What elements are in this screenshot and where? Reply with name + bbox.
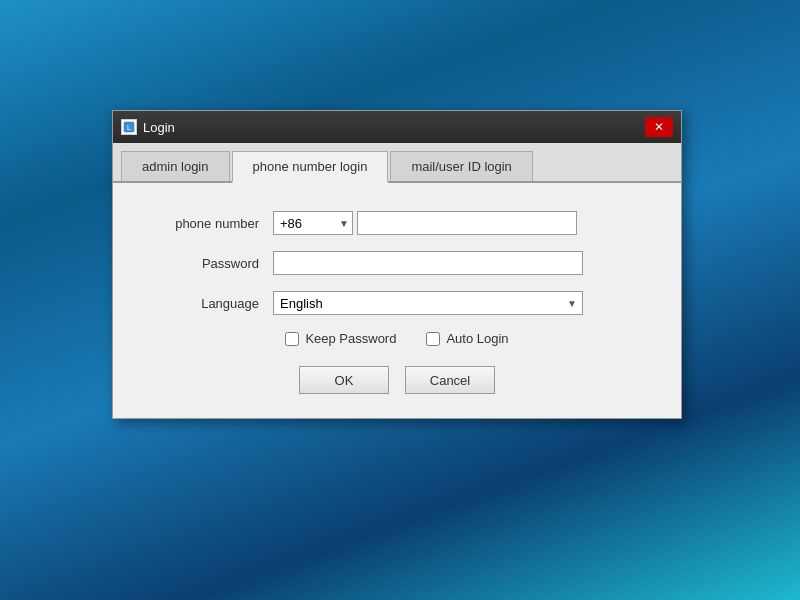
language-row: Language English Chinese Japanese Korean… <box>153 291 641 315</box>
country-code-wrapper: +86 +1 +44 +81 ▼ <box>273 211 353 235</box>
desktop: L Login ✕ admin login phone number login… <box>0 0 800 600</box>
title-bar: L Login ✕ <box>113 111 681 143</box>
form-content: phone number +86 +1 +44 +81 ▼ <box>113 183 681 418</box>
auto-login-label: Auto Login <box>446 331 508 346</box>
language-label: Language <box>153 296 273 311</box>
tab-admin[interactable]: admin login <box>121 151 230 181</box>
phone-number-label: phone number <box>153 216 273 231</box>
ok-button[interactable]: OK <box>299 366 389 394</box>
password-row: Password <box>153 251 641 275</box>
tab-mail[interactable]: mail/user ID login <box>390 151 532 181</box>
password-label: Password <box>153 256 273 271</box>
dialog-title: Login <box>143 120 175 135</box>
svg-text:L: L <box>127 124 131 131</box>
login-dialog: L Login ✕ admin login phone number login… <box>112 110 682 419</box>
cancel-button[interactable]: Cancel <box>405 366 495 394</box>
language-select-wrapper: English Chinese Japanese Korean ▼ <box>273 291 583 315</box>
checkbox-row: Keep Password Auto Login <box>153 331 641 346</box>
close-button[interactable]: ✕ <box>645 117 673 137</box>
language-select[interactable]: English Chinese Japanese Korean <box>273 291 583 315</box>
app-icon: L <box>121 119 137 135</box>
keep-password-label: Keep Password <box>305 331 396 346</box>
phone-input[interactable] <box>357 211 577 235</box>
button-row: OK Cancel <box>153 366 641 394</box>
tab-phone[interactable]: phone number login <box>232 151 389 183</box>
keep-password-checkbox-label[interactable]: Keep Password <box>285 331 396 346</box>
phone-inputs: +86 +1 +44 +81 ▼ <box>273 211 577 235</box>
auto-login-checkbox[interactable] <box>426 332 440 346</box>
auto-login-checkbox-label[interactable]: Auto Login <box>426 331 508 346</box>
tab-bar: admin login phone number login mail/user… <box>113 143 681 183</box>
keep-password-checkbox[interactable] <box>285 332 299 346</box>
title-bar-left: L Login <box>121 119 175 135</box>
phone-number-row: phone number +86 +1 +44 +81 ▼ <box>153 211 641 235</box>
country-code-select[interactable]: +86 +1 +44 +81 <box>273 211 353 235</box>
password-input[interactable] <box>273 251 583 275</box>
